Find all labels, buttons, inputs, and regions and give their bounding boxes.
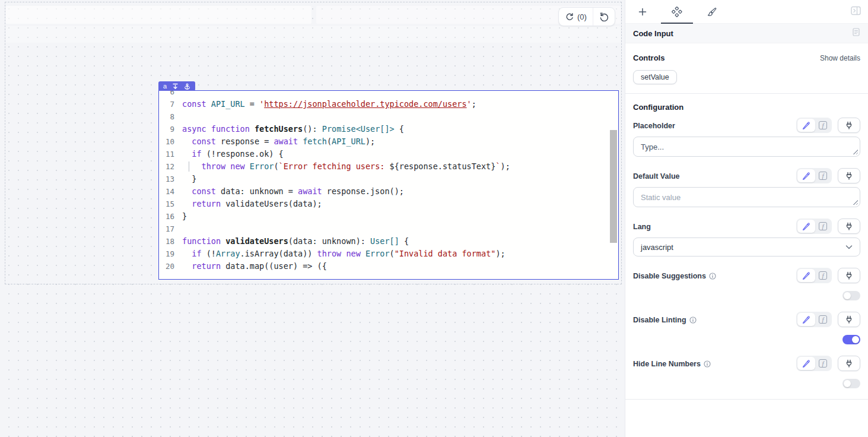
info-icon[interactable]: [709, 273, 716, 280]
config-row-hide-line-numbers: Hide Line Numbers f: [633, 356, 860, 388]
setvalue-action-button[interactable]: setValue: [633, 70, 677, 84]
bind-data-button[interactable]: [838, 118, 860, 133]
plug-icon: [844, 121, 854, 130]
code-line: 7const API_URL = 'https://jsonplaceholde…: [159, 98, 618, 110]
pencil-icon: [802, 121, 811, 130]
pencil-icon: [802, 315, 811, 324]
value-mode-segment: f: [796, 268, 832, 283]
config-row-placeholder: Placeholder f Type...: [633, 118, 860, 157]
code-input-widget[interactable]: a 67const API_URL = 'https://jsonplaceho…: [158, 90, 619, 280]
default-value-input-value: Static value: [641, 193, 681, 202]
code-line: 12 throw new Error(`Error fetching users…: [159, 160, 618, 173]
disable-linting-toggle[interactable]: [842, 335, 860, 344]
controls-title: Controls: [633, 53, 664, 62]
canvas-action-bar: (0): [558, 7, 615, 26]
move-down-icon[interactable]: [172, 83, 179, 90]
bind-data-button[interactable]: [838, 312, 860, 327]
plug-icon: [844, 171, 854, 180]
tab-styles[interactable]: [694, 0, 729, 23]
fx-icon: f: [819, 172, 827, 180]
placeholder-input[interactable]: Type...: [633, 137, 860, 157]
fx-mode-button[interactable]: f: [815, 169, 831, 182]
editor-scrollbar[interactable]: [610, 130, 617, 243]
widget-doc-icon[interactable]: [852, 28, 860, 39]
static-mode-button[interactable]: [797, 119, 815, 132]
tab-properties[interactable]: [660, 0, 694, 23]
pencil-icon: [802, 271, 811, 280]
fx-mode-button[interactable]: f: [815, 357, 831, 370]
paintbrush-icon: [707, 7, 717, 17]
toggle-knob: [852, 336, 859, 343]
pencil-icon: [802, 221, 811, 231]
fx-mode-button[interactable]: f: [815, 269, 831, 282]
refresh-count: (0): [577, 12, 587, 21]
widget-name-chip[interactable]: a: [158, 81, 195, 91]
components-icon: [672, 7, 682, 17]
bottom-divider: [625, 399, 868, 400]
fx-icon: f: [819, 315, 827, 324]
collapse-panel-button[interactable]: [851, 6, 861, 18]
info-icon[interactable]: [704, 360, 711, 368]
section-divider: [625, 93, 868, 94]
code-line: 14 const data: unknown = await response.…: [159, 185, 618, 198]
code-line: 15 return validateUsers(data);: [159, 198, 618, 210]
static-mode-button[interactable]: [797, 357, 815, 370]
plug-icon: [844, 271, 854, 280]
code-line: 13 }: [159, 173, 618, 185]
lang-label: Lang: [633, 223, 651, 234]
resize-grip[interactable]: [853, 149, 858, 154]
resize-grip[interactable]: [853, 200, 858, 205]
pencil-icon: [802, 359, 811, 368]
code-line: 20 return data.map((user) => ({: [159, 260, 618, 273]
hide-line-numbers-toggle[interactable]: [842, 379, 860, 388]
code-editor[interactable]: 67const API_URL = 'https://jsonplacehold…: [159, 91, 618, 279]
ghost-header-band: [6, 26, 621, 43]
fx-mode-button[interactable]: f: [815, 313, 831, 326]
static-mode-button[interactable]: [797, 313, 815, 326]
plug-icon: [844, 359, 854, 368]
widget-name-label: a: [163, 81, 167, 91]
fx-icon: f: [819, 271, 827, 280]
default-value-input[interactable]: Static value: [633, 187, 860, 207]
toggle-knob: [844, 292, 851, 299]
value-mode-segment: f: [796, 356, 832, 371]
refresh-icon: [565, 12, 574, 21]
toggle-knob: [844, 380, 851, 387]
static-mode-button[interactable]: [797, 220, 815, 233]
selected-widget-title: Code Input: [633, 29, 673, 38]
disable-linting-label: Disable Linting: [633, 316, 697, 327]
history-icon: [599, 12, 609, 21]
inspector-panel: Code Input Controls Show details setValu…: [625, 0, 868, 437]
value-mode-segment: f: [796, 218, 832, 234]
fx-mode-button[interactable]: f: [815, 220, 831, 233]
info-icon[interactable]: [689, 316, 697, 324]
default-value-label: Default Value: [633, 172, 680, 183]
show-details-link[interactable]: Show details: [820, 54, 860, 62]
value-mode-segment: f: [796, 118, 832, 133]
placeholder-label: Placeholder: [633, 122, 675, 133]
static-mode-button[interactable]: [797, 269, 815, 282]
lang-select[interactable]: javascript: [633, 238, 860, 256]
code-line: 10 const response = await fetch(API_URL)…: [159, 135, 618, 148]
disable-suggestions-label: Disable Suggestions: [633, 272, 716, 283]
chevron-down-icon: [845, 245, 853, 249]
bind-data-button[interactable]: [838, 168, 860, 183]
bind-data-button[interactable]: [838, 218, 860, 234]
pencil-icon: [802, 171, 811, 180]
plug-icon: [844, 315, 854, 324]
ghost-header-left: [6, 6, 311, 24]
app-canvas[interactable]: (0) a 67const API_URL = 'https://jsonpla…: [0, 0, 625, 437]
plus-icon: [638, 7, 647, 17]
code-line: 11 if (!response.ok) {: [159, 148, 618, 160]
disable-suggestions-toggle[interactable]: [842, 291, 860, 300]
bind-data-button[interactable]: [838, 356, 860, 371]
tab-add-component[interactable]: [625, 0, 660, 23]
refresh-button[interactable]: (0): [559, 8, 593, 26]
history-button[interactable]: [593, 8, 615, 26]
bind-data-button[interactable]: [838, 268, 860, 283]
fx-icon: f: [819, 121, 827, 129]
static-mode-button[interactable]: [797, 169, 815, 182]
selected-widget-bar: Code Input: [625, 24, 868, 43]
fx-mode-button[interactable]: f: [815, 119, 831, 132]
anchor-icon[interactable]: [184, 83, 190, 90]
